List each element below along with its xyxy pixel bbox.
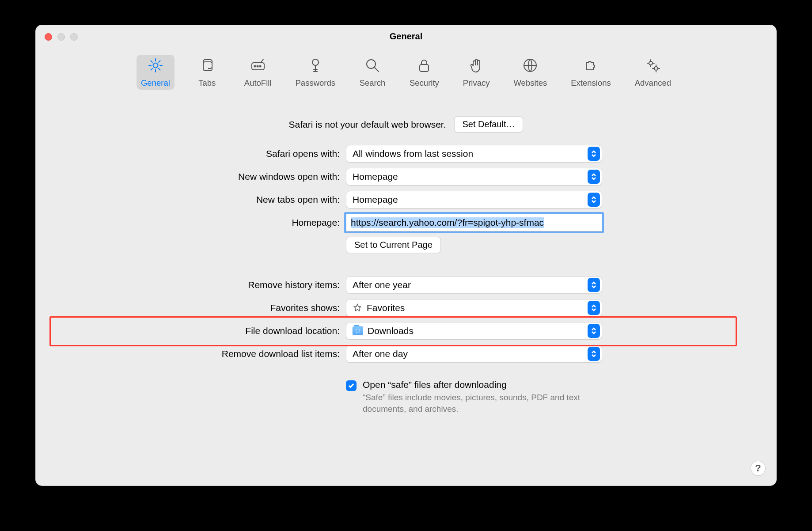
tab-autofill[interactable]: AutoFill [240,55,276,90]
gear-icon [148,57,163,76]
remove-downloads-value: After one day [353,349,408,359]
chevrons-icon [588,278,600,292]
opens-with-label: Safari opens with: [84,148,340,159]
tab-label: AutoFill [244,78,272,88]
tab-label: General [141,78,170,88]
open-safe-files-label: Open “safe” files after downloading [363,379,592,390]
chevrons-icon [588,170,600,184]
remove-history-popup[interactable]: After one year [346,276,602,294]
window-zoom-button[interactable] [70,33,78,41]
svg-point-11 [654,67,658,70]
folder-icon [353,326,363,335]
star-icon [353,303,362,313]
lock-icon [416,57,432,76]
tab-label: Passwords [296,78,335,88]
autofill-icon [250,57,266,76]
svg-point-5 [259,66,261,67]
new-tabs-value: Homepage [353,194,398,205]
tab-websites[interactable]: Websites [509,55,551,90]
new-tabs-popup[interactable]: Homepage [346,191,602,209]
tab-passwords[interactable]: Passwords [291,55,340,90]
svg-point-6 [312,59,319,65]
open-safe-files-checkbox[interactable] [346,380,357,391]
tabs-icon [199,57,215,76]
puzzle-icon [583,57,599,76]
set-default-button[interactable]: Set Default… [454,116,524,133]
preferences-toolbar: General Tabs AutoFill Passwords [36,47,776,100]
opens-with-popup[interactable]: All windows from last session [346,145,602,163]
general-pane: Safari is not your default web browser. … [36,100,776,428]
tab-label: Privacy [463,78,490,88]
svg-point-3 [254,66,255,67]
svg-point-0 [153,63,158,68]
remove-history-label: Remove history items: [84,280,340,290]
titlebar: General [36,25,776,47]
svg-point-10 [649,61,653,65]
tab-label: Extensions [571,78,611,88]
homepage-input[interactable] [346,214,602,231]
tab-label: Search [360,78,386,88]
tab-extensions[interactable]: Extensions [566,55,615,90]
gears-icon [645,57,661,76]
tab-privacy[interactable]: Privacy [459,55,494,90]
window-minimize-button[interactable] [57,33,65,41]
download-location-popup[interactable]: Downloads [346,322,602,340]
default-browser-banner: Safari is not your default web browser. … [84,116,728,133]
svg-rect-1 [203,62,212,71]
favorites-popup[interactable]: Favorites [346,299,602,317]
hand-icon [468,57,484,76]
traffic-lights [45,33,78,41]
remove-downloads-label: Remove download list items: [84,349,340,359]
tab-advanced[interactable]: Advanced [630,55,675,90]
tab-tabs[interactable]: Tabs [190,55,225,90]
preferences-window: General General Tabs AutoFill [35,25,777,486]
favorites-label: Favorites shows: [84,303,340,313]
chevrons-icon [588,301,600,315]
set-current-page-button[interactable]: Set to Current Page [346,237,441,253]
download-location-value: Downloads [368,326,414,336]
key-icon [307,57,323,76]
tab-label: Tabs [198,78,216,88]
new-windows-popup[interactable]: Homepage [346,168,602,186]
svg-point-7 [367,60,376,68]
download-location-label: File download location: [84,326,340,336]
favorites-value: Favorites [367,303,405,313]
search-icon [364,57,380,76]
opens-with-value: All windows from last session [353,148,473,159]
chevrons-icon [588,193,600,207]
tab-security[interactable]: Security [405,55,444,90]
open-safe-files-note: “Safe” files include movies, pictures, s… [363,392,592,414]
globe-icon [522,57,538,76]
tab-label: Websites [513,78,547,88]
tab-search[interactable]: Search [355,55,390,90]
chevrons-icon [588,347,600,361]
tab-general[interactable]: General [137,55,175,90]
default-browser-text: Safari is not your default web browser. [289,119,446,130]
window-title: General [390,31,422,42]
homepage-label: Homepage: [84,217,340,228]
new-tabs-label: New tabs open with: [84,194,340,205]
remove-downloads-popup[interactable]: After one day [346,345,602,363]
remove-history-value: After one year [353,280,411,290]
chevrons-icon [588,147,600,161]
tab-label: Security [410,78,439,88]
window-close-button[interactable] [45,33,52,41]
svg-rect-8 [420,64,429,72]
new-windows-value: Homepage [353,171,398,182]
chevrons-icon [588,324,600,338]
svg-point-4 [257,66,258,67]
tab-label: Advanced [635,78,671,88]
new-windows-label: New windows open with: [84,171,340,182]
help-button[interactable]: ? [751,461,766,476]
